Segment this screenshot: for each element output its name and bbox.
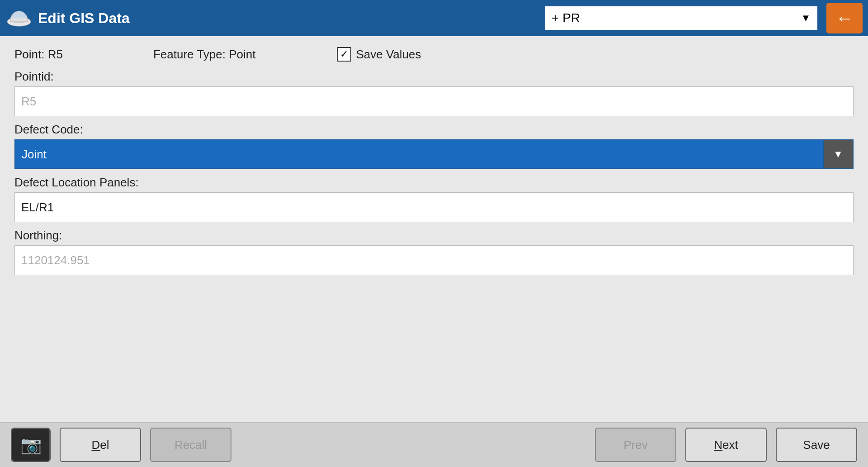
defect-code-wrapper: ▼ [14,139,854,169]
defect-code-input[interactable] [14,139,824,169]
info-row: Point: R5 Feature Type: Point ✓ Save Val… [14,47,854,62]
pointid-input[interactable] [14,86,854,116]
main-content: Point: R5 Feature Type: Point ✓ Save Val… [0,36,868,422]
delete-label: Del [91,438,109,452]
defect-location-field-group: Defect Location Panels: [14,176,854,222]
feature-type-info: Feature Type: Point [153,48,255,62]
save-button[interactable]: Save [776,428,857,462]
svg-rect-1 [14,21,24,23]
next-button[interactable]: Next [685,428,767,462]
save-label: Save [803,438,830,452]
app-logo [5,5,33,32]
recall-label: Recall [175,438,207,452]
search-input[interactable] [545,6,794,30]
defect-location-input[interactable] [14,192,854,222]
page-title: Edit GIS Data [38,10,540,27]
defect-code-field-group: Defect Code: ▼ [14,123,854,169]
prev-label: Prev [623,438,647,452]
search-dropdown-button[interactable]: ▼ [794,6,817,30]
defect-code-label: Defect Code: [14,123,854,137]
back-button[interactable]: ← [826,3,863,33]
point-info: Point: R5 [14,48,63,62]
prev-button[interactable]: Prev [595,428,676,462]
checkmark-icon: ✓ [340,49,348,59]
app-header: Edit GIS Data ▼ ← [0,0,868,36]
pointid-field-group: Pointid: [14,70,854,116]
defect-location-label: Defect Location Panels: [14,176,854,190]
back-arrow-icon: ← [835,9,854,27]
pointid-label: Pointid: [14,70,854,84]
save-values-label: Save Values [356,48,421,62]
northing-input[interactable] [14,245,854,275]
camera-icon: 📷 [20,435,42,455]
chevron-down-icon: ▼ [833,148,843,160]
northing-field-group: Northing: [14,229,854,275]
northing-label: Northing: [14,229,854,243]
save-values-area: ✓ Save Values [337,47,421,62]
defect-code-dropdown-button[interactable]: ▼ [824,139,854,169]
next-label: Next [714,438,738,452]
camera-button[interactable]: 📷 [11,428,51,462]
save-values-checkbox[interactable]: ✓ [337,47,351,62]
bottom-toolbar: 📷 Del Recall Prev Next Save [0,422,868,467]
recall-button[interactable]: Recall [150,428,231,462]
search-area: ▼ [545,6,817,30]
delete-button[interactable]: Del [60,428,141,462]
chevron-down-icon: ▼ [801,12,811,24]
